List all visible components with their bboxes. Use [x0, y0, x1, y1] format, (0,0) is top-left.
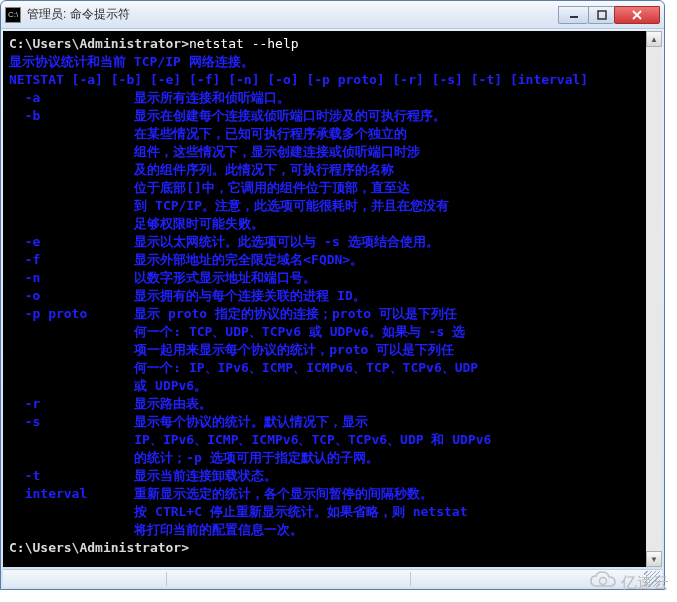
minimize-icon [569, 10, 579, 20]
minimize-button[interactable] [558, 6, 588, 24]
maximize-button[interactable] [588, 6, 614, 24]
watermark-text: 亿速云 [621, 573, 669, 594]
terminal-output[interactable]: C:\Users\Administrator>netstat --help显示协… [3, 31, 662, 567]
titlebar[interactable]: C:\ 管理员: 命令提示符 [1, 1, 664, 29]
window-controls [558, 6, 660, 24]
statusbar-separator [410, 572, 414, 586]
statusbar [3, 569, 662, 587]
statusbar-separator [166, 572, 170, 586]
svg-rect-1 [598, 11, 606, 19]
scroll-down-button[interactable]: ▼ [646, 551, 662, 567]
maximize-icon [597, 10, 607, 20]
close-icon [631, 10, 643, 20]
svg-point-4 [600, 578, 607, 585]
window-title: 管理员: 命令提示符 [27, 6, 558, 23]
watermark: 亿速云 [589, 570, 669, 596]
scroll-up-button[interactable]: ▲ [646, 31, 662, 47]
scrollbar[interactable]: ▲ ▼ [646, 31, 662, 567]
cmd-icon: C:\ [5, 7, 21, 23]
scrollbar-track[interactable] [646, 47, 662, 551]
cmd-window: C:\ 管理员: 命令提示符 C:\Users\Administrator>ne… [0, 0, 665, 590]
cloud-icon [589, 570, 617, 596]
close-button[interactable] [614, 6, 660, 24]
